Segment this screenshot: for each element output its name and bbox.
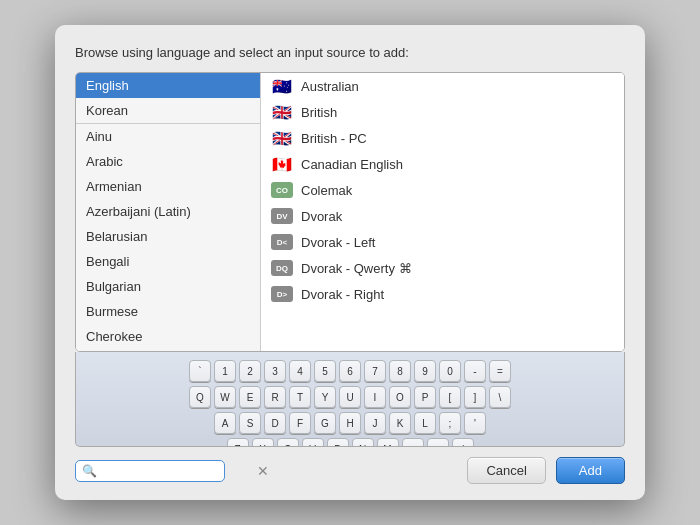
key-x[interactable]: X [252,438,274,447]
badge-icon: D> [271,286,293,302]
input-source-label: Colemak [301,183,352,198]
key-5[interactable]: 5 [314,360,336,382]
key-q[interactable]: Q [189,386,211,408]
key-2[interactable]: 2 [239,360,261,382]
key-x[interactable]: \ [489,386,511,408]
cancel-button[interactable]: Cancel [467,457,545,484]
input-source-item-dvorak-right[interactable]: D>Dvorak - Right [261,281,624,307]
keyboard-row-3: ASDFGHJKL;' [86,412,614,434]
input-source-label: Dvorak - Left [301,235,375,250]
input-source-item-australian[interactable]: 🇦🇺Australian [261,73,624,99]
input-source-label: Dvorak - Qwerty ⌘ [301,261,412,276]
dialog-title: Browse using language and select an inpu… [75,45,625,60]
key-y[interactable]: Y [314,386,336,408]
input-source-item-canadian-english[interactable]: 🇨🇦Canadian English [261,151,624,177]
input-source-item-british[interactable]: 🇬🇧British [261,99,624,125]
language-item-arabic[interactable]: Arabic [76,149,260,174]
key-x[interactable]: ; [439,412,461,434]
badge-icon: CO [271,182,293,198]
key-u[interactable]: U [339,386,361,408]
key-n[interactable]: N [352,438,374,447]
key-x[interactable]: - [464,360,486,382]
key-f[interactable]: F [289,412,311,434]
language-item-armenian[interactable]: Armenian [76,174,260,199]
key-p[interactable]: P [414,386,436,408]
key-1[interactable]: 1 [214,360,236,382]
input-source-item-british-pc[interactable]: 🇬🇧British - PC [261,125,624,151]
action-buttons: Cancel Add [235,457,625,484]
key-i[interactable]: I [364,386,386,408]
key-3[interactable]: 3 [264,360,286,382]
language-item-bulgarian[interactable]: Bulgarian [76,274,260,299]
lists-container: EnglishKoreanAinuArabicArmenianAzerbaija… [75,72,625,352]
key-4[interactable]: 4 [289,360,311,382]
search-icon: 🔍 [82,464,97,478]
language-list[interactable]: EnglishKoreanAinuArabicArmenianAzerbaija… [76,73,261,351]
key-c[interactable]: C [277,438,299,447]
badge-icon: DQ [271,260,293,276]
key-8[interactable]: 8 [389,360,411,382]
input-source-label: British - PC [301,131,367,146]
language-item-korean[interactable]: Korean [76,98,260,123]
key-7[interactable]: 7 [364,360,386,382]
input-source-list[interactable]: 🇦🇺Australian🇬🇧British🇬🇧British - PC🇨🇦Can… [261,73,624,351]
key-w[interactable]: W [214,386,236,408]
key-j[interactable]: J [364,412,386,434]
language-item-english[interactable]: English [76,73,260,98]
dialog: Browse using language and select an inpu… [55,25,645,500]
language-item-burmese[interactable]: Burmese [76,299,260,324]
badge-icon: DV [271,208,293,224]
keyboard-row-2: QWERTYUIOP[]\ [86,386,614,408]
language-item-ainu[interactable]: Ainu [76,123,260,149]
key-l[interactable]: L [414,412,436,434]
key-z[interactable]: Z [227,438,249,447]
input-source-label: Canadian English [301,157,403,172]
key-r[interactable]: R [264,386,286,408]
input-source-item-colemak[interactable]: COColemak [261,177,624,203]
key-h[interactable]: H [339,412,361,434]
key-a[interactable]: A [214,412,236,434]
key-v[interactable]: V [302,438,324,447]
search-input[interactable] [102,464,252,478]
key-e[interactable]: E [239,386,261,408]
flag-icon: 🇨🇦 [271,156,293,172]
keyboard-row-1: `1234567890-= [86,360,614,382]
input-source-label: Dvorak [301,209,342,224]
language-item-cherokee[interactable]: Cherokee [76,324,260,349]
key-t[interactable]: T [289,386,311,408]
key-k[interactable]: K [389,412,411,434]
key-x[interactable]: [ [439,386,461,408]
key-0[interactable]: 0 [439,360,461,382]
input-source-label: Australian [301,79,359,94]
language-item-chinese-simplified[interactable]: Chinese, Simplified [76,349,260,351]
flag-icon: 🇬🇧 [271,130,293,146]
key-m[interactable]: M [377,438,399,447]
key-s[interactable]: S [239,412,261,434]
add-button[interactable]: Add [556,457,625,484]
key-x[interactable]: = [489,360,511,382]
input-source-label: British [301,105,337,120]
key-d[interactable]: D [264,412,286,434]
badge-icon: D< [271,234,293,250]
language-item-azerbaijani[interactable]: Azerbaijani (Latin) [76,199,260,224]
language-item-belarusian[interactable]: Belarusian [76,224,260,249]
input-source-item-dvorak-qwerty[interactable]: DQDvorak - Qwerty ⌘ [261,255,624,281]
key-x[interactable]: ' [464,412,486,434]
language-item-bengali[interactable]: Bengali [76,249,260,274]
key-g[interactable]: G [314,412,336,434]
key-x[interactable]: ` [189,360,211,382]
key-x[interactable]: / [452,438,474,447]
key-x[interactable]: , [402,438,424,447]
key-x[interactable]: ] [464,386,486,408]
input-source-item-dvorak[interactable]: DVDvorak [261,203,624,229]
input-source-label: Dvorak - Right [301,287,384,302]
keyboard-preview: `1234567890-= QWERTYUIOP[]\ ASDFGHJKL;' … [75,352,625,447]
key-b[interactable]: B [327,438,349,447]
search-box[interactable]: 🔍 ✕ [75,460,225,482]
key-o[interactable]: O [389,386,411,408]
key-6[interactable]: 6 [339,360,361,382]
bottom-bar: 🔍 ✕ Cancel Add [75,457,625,484]
key-x[interactable]: . [427,438,449,447]
key-9[interactable]: 9 [414,360,436,382]
input-source-item-dvorak-left[interactable]: D<Dvorak - Left [261,229,624,255]
